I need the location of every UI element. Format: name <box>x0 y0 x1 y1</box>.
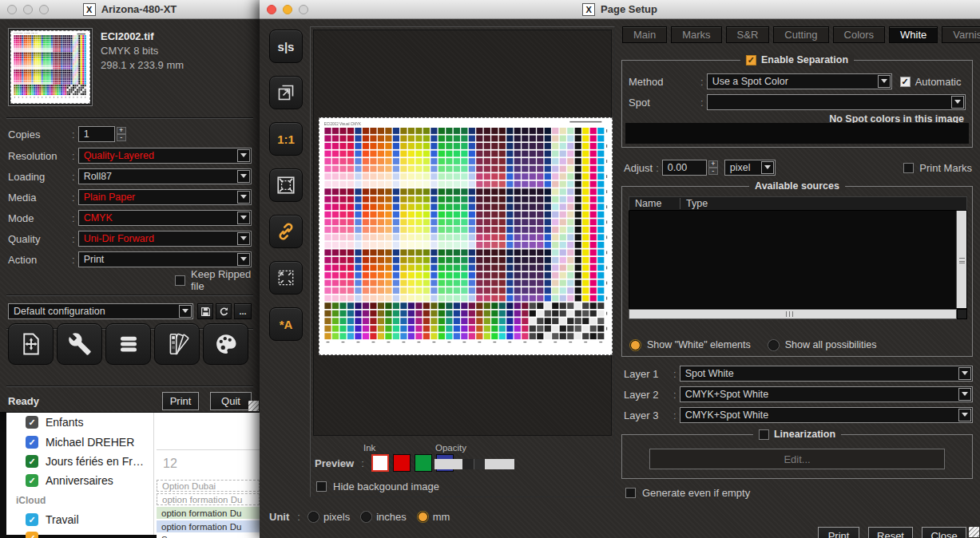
unit-mm-radio[interactable] <box>418 512 428 522</box>
dropdown-arrow-icon[interactable] <box>237 191 250 204</box>
save-config-button[interactable] <box>197 303 213 319</box>
ink-swatch-white[interactable] <box>371 454 389 472</box>
close-button[interactable] <box>7 5 17 14</box>
opacity-handle[interactable] <box>474 459 485 469</box>
show-all-radio[interactable] <box>768 340 779 350</box>
link-button[interactable] <box>269 215 303 248</box>
calendar-checkbox[interactable] <box>26 436 38 449</box>
loading-select[interactable]: Roll87 <box>78 168 252 184</box>
scrollbar-grip[interactable] <box>959 258 965 263</box>
zoom-button[interactable] <box>299 5 308 14</box>
print-marks-checkbox[interactable] <box>903 163 914 173</box>
export-button[interactable] <box>269 76 303 109</box>
calendar-event[interactable]: option formation Du <box>157 493 260 505</box>
quit-button[interactable]: Quit <box>210 392 252 410</box>
enable-separation-checkbox[interactable] <box>746 55 756 65</box>
copies-input[interactable]: 1 <box>78 126 115 142</box>
opacity-handle[interactable] <box>462 459 474 469</box>
opacity-slider[interactable] <box>434 459 514 469</box>
dropdown-arrow-icon[interactable] <box>237 149 250 162</box>
ink-swatch-green[interactable] <box>415 454 432 472</box>
tab-white[interactable]: White <box>889 26 938 43</box>
dropdown-arrow-icon[interactable] <box>237 212 250 224</box>
preview-image[interactable] <box>319 117 613 355</box>
unit-inches-radio[interactable] <box>361 512 371 522</box>
ink-swatch-red[interactable] <box>393 454 411 472</box>
resolution-select[interactable]: Quality-Layered <box>78 148 252 164</box>
refresh-config-button[interactable] <box>216 303 232 319</box>
swatchbook-button[interactable] <box>154 323 200 365</box>
dropdown-arrow-icon[interactable] <box>958 388 971 401</box>
layer2-select[interactable]: CMYK+Spot White <box>680 386 973 402</box>
layout-button[interactable] <box>8 323 54 365</box>
configuration-select[interactable]: Default configuration <box>8 303 193 319</box>
adjust-input[interactable]: 0.00 <box>662 160 707 176</box>
print-button[interactable]: Print <box>162 392 199 410</box>
fit-page-button[interactable] <box>269 168 303 202</box>
layer1-select[interactable]: Spot White <box>680 366 973 382</box>
unit-pixels-radio[interactable] <box>308 512 319 522</box>
zoom-button[interactable] <box>39 5 49 14</box>
scrollbar-grip[interactable] <box>786 311 793 317</box>
horizontal-scrollbar[interactable] <box>629 309 957 319</box>
tab-colors[interactable]: Colors <box>833 26 886 43</box>
expand-button[interactable] <box>269 261 303 295</box>
close-button[interactable]: Close <box>922 527 966 538</box>
layer3-select[interactable]: CMYK+Spot White <box>680 407 973 423</box>
mode-select[interactable]: CMYK <box>78 210 252 226</box>
quality-select[interactable]: Uni-Dir Forward <box>78 231 252 247</box>
tab-cutting[interactable]: Cutting <box>773 26 828 43</box>
actual-size-button[interactable]: 1:1 <box>269 122 303 156</box>
stepper-down-icon[interactable]: - <box>117 134 126 141</box>
spot-select[interactable] <box>707 94 966 110</box>
dropdown-arrow-icon[interactable] <box>958 409 971 421</box>
linearization-checkbox[interactable] <box>759 429 769 440</box>
dropdown-arrow-icon[interactable] <box>237 170 250 183</box>
minimize-button[interactable] <box>283 5 292 14</box>
minimize-button[interactable] <box>23 5 33 14</box>
column-type[interactable]: Type <box>680 198 713 209</box>
tab-sr[interactable]: S&R <box>726 26 770 43</box>
annotation-button[interactable]: *A <box>269 307 303 341</box>
reset-button[interactable]: Reset <box>868 527 913 538</box>
hide-background-checkbox[interactable] <box>316 481 327 492</box>
calendar-item[interactable]: Michael DREHER <box>26 436 134 449</box>
copies-stepper[interactable]: + - <box>117 127 126 141</box>
calendar-event[interactable]: S <box>157 533 260 538</box>
mirror-button[interactable]: s|s <box>269 30 303 63</box>
tab-main[interactable]: Main <box>622 26 667 43</box>
calendar-item[interactable]: Travail <box>26 513 79 526</box>
calendar-item[interactable]: Anniversaires <box>26 474 113 487</box>
action-select[interactable]: Print <box>78 251 252 267</box>
generate-empty-checkbox[interactable] <box>625 488 636 498</box>
calendar-checkbox[interactable] <box>26 513 38 526</box>
calendar-event[interactable]: option formation Du <box>157 507 260 519</box>
sources-table-body[interactable] <box>629 211 967 309</box>
tab-marks[interactable]: Marks <box>671 26 721 43</box>
adjust-unit-select[interactable]: pixel <box>724 160 776 176</box>
dropdown-arrow-icon[interactable] <box>237 253 250 266</box>
media-select[interactable]: Plain Paper <box>78 189 252 205</box>
dropdown-arrow-icon[interactable] <box>237 232 250 245</box>
dropdown-arrow-icon[interactable] <box>761 161 774 174</box>
calendar-event[interactable]: Option Dubai <box>157 480 260 492</box>
dropdown-arrow-icon[interactable] <box>878 75 891 88</box>
adjust-stepper[interactable]: + - <box>708 160 718 175</box>
show-white-radio[interactable] <box>630 340 641 350</box>
resize-grip[interactable] <box>969 527 979 537</box>
tab-varnish[interactable]: Varnish <box>942 26 980 43</box>
close-button[interactable] <box>267 5 276 14</box>
more-options-button[interactable]: ... <box>234 303 252 319</box>
keep-ripped-checkbox[interactable] <box>175 275 185 286</box>
automatic-checkbox[interactable] <box>900 77 911 87</box>
calendar-item[interactable]: Jours fériés en Fr… <box>26 455 144 468</box>
dropdown-arrow-icon[interactable] <box>951 96 964 109</box>
method-select[interactable]: Use a Spot Color <box>707 73 892 89</box>
edit-button[interactable]: Edit... <box>649 449 945 469</box>
calendar-checkbox[interactable] <box>26 416 38 429</box>
calendar-event[interactable]: option formation Du <box>157 520 260 532</box>
arizona-titlebar[interactable]: X Arizona-480-XT <box>0 0 260 19</box>
resize-grip[interactable] <box>248 401 259 411</box>
print-button[interactable]: Print <box>818 527 859 538</box>
stepper-down-icon[interactable]: - <box>708 168 718 175</box>
